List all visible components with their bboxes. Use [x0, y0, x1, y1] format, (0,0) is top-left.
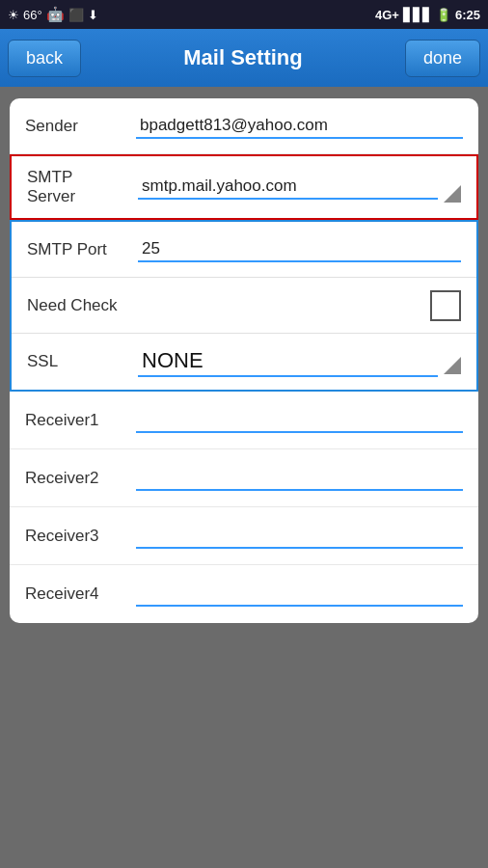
smtp-port-label: SMTP Port	[27, 240, 138, 259]
ssl-row: SSL NONE	[12, 334, 476, 390]
smtp-server-input[interactable]	[138, 175, 438, 200]
receiver2-input[interactable]	[136, 466, 463, 491]
sender-input[interactable]	[136, 114, 463, 139]
receiver1-label: Receiver1	[25, 411, 136, 430]
signal-bars-icon: ▋▋▋	[403, 8, 432, 22]
sender-row: Sender	[10, 98, 478, 154]
content-card: Sender SMTP Server SMTP Port Need Check …	[10, 98, 478, 623]
receiver4-row: Receiver4	[10, 565, 478, 623]
receiver2-row: Receiver2	[10, 449, 478, 507]
ssl-label: SSL	[27, 352, 138, 371]
need-check-row: Need Check	[12, 278, 476, 334]
toolbar: back Mail Setting done	[0, 29, 488, 87]
ssl-dropdown-icon[interactable]	[444, 357, 461, 374]
temperature-label: 66°	[23, 8, 42, 22]
battery-icon: 🔋	[436, 8, 451, 22]
need-check-label: Need Check	[27, 296, 138, 315]
status-bar: ☀ 66° 🤖 ⬛ ⬇ 4G+ ▋▋▋ 🔋 6:25	[0, 0, 488, 29]
status-left: ☀ 66° 🤖 ⬛ ⬇	[8, 6, 98, 23]
smtp-port-input[interactable]	[138, 237, 461, 262]
done-button[interactable]: done	[405, 40, 480, 77]
need-check-checkbox[interactable]	[430, 290, 461, 321]
sender-label: Sender	[25, 117, 136, 136]
time-label: 6:25	[455, 8, 480, 22]
smtp-server-row: SMTP Server	[12, 156, 476, 218]
smtp-server-label: SMTP Server	[27, 168, 138, 206]
android-icon: 🤖	[46, 6, 65, 23]
download-icon: ⬇	[88, 8, 98, 22]
receiver1-row: Receiver1	[10, 392, 478, 449]
receiver4-label: Receiver4	[25, 584, 136, 604]
receiver2-label: Receiver2	[25, 469, 136, 488]
notification-icon: ⬛	[68, 8, 84, 22]
lte-label: 4G+	[375, 8, 399, 22]
temperature-icon: ☀	[8, 8, 19, 22]
ssl-value: NONE	[138, 346, 438, 377]
smtp-server-dropdown-icon[interactable]	[444, 185, 461, 203]
receiver1-input[interactable]	[136, 408, 463, 433]
page-title: Mail Setting	[81, 45, 405, 70]
smtp-port-row: SMTP Port	[12, 222, 476, 278]
receiver3-input[interactable]	[136, 524, 463, 549]
receiver3-label: Receiver3	[25, 527, 136, 546]
smtp-server-section: SMTP Server	[10, 154, 478, 220]
status-right: 4G+ ▋▋▋ 🔋 6:25	[375, 8, 480, 22]
blue-settings-section: SMTP Port Need Check SSL NONE	[10, 220, 478, 392]
receiver4-input[interactable]	[136, 582, 463, 607]
receiver3-row: Receiver3	[10, 507, 478, 565]
back-button[interactable]: back	[8, 40, 81, 77]
